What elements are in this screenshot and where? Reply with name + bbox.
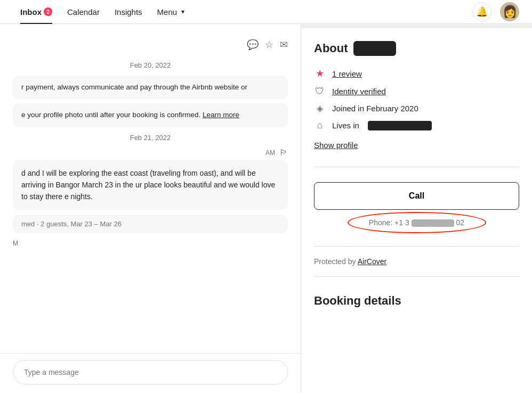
date-separator-2: Feb 21, 2022	[13, 134, 288, 142]
star-icon[interactable]: ☆	[265, 39, 273, 51]
aircover-row: Protected by AirCover	[314, 253, 519, 270]
airbnb-icon: ◈	[314, 103, 326, 113]
nav-right: 🔔 👩	[472, 2, 519, 21]
top-navigation: Inbox 2 Calendar Insights Menu ▾ 🔔 👩	[0, 0, 532, 24]
call-button[interactable]: Call	[314, 182, 519, 210]
message-input[interactable]	[13, 360, 288, 384]
time-label: AM	[265, 149, 275, 157]
booking-tag: med · 2 guests, Mar 23 – Mar 26	[13, 215, 288, 233]
mail-icon[interactable]: ✉	[280, 39, 288, 51]
divider-1	[314, 167, 519, 167]
nav-menu[interactable]: Menu ▾	[150, 0, 192, 24]
lives-in-item: ⌂ Lives in	[314, 117, 519, 134]
calendar-label: Calendar	[67, 7, 100, 17]
divider-2	[314, 246, 519, 247]
comment-icon[interactable]: 💬	[247, 39, 259, 51]
avatar-button[interactable]: 👩	[500, 2, 519, 21]
reviews-item[interactable]: ★ 1 review	[314, 64, 519, 83]
bell-button[interactable]: 🔔	[472, 2, 491, 21]
joined-item: ◈ Joined in February 2020	[314, 100, 519, 117]
star-icon: ★	[314, 68, 326, 79]
time-label-2: M	[13, 238, 288, 249]
nav-inbox[interactable]: Inbox 2	[13, 0, 60, 24]
phone-row: Phone: +1 3 02	[314, 214, 519, 231]
message-list: 💬 ☆ ✉ Feb 20, 2022 r payment, always com…	[0, 24, 301, 353]
insights-label: Insights	[115, 7, 142, 17]
about-header: About	[314, 28, 519, 64]
booking-details-header: Booking details	[314, 283, 519, 314]
flag-icon[interactable]: 🏳	[279, 148, 288, 158]
call-section: Call Phone: +1 3 02	[314, 174, 519, 240]
guest-message-bubble: d and I will be exploring the east coast…	[13, 160, 288, 210]
shield-icon: 🛡	[314, 86, 326, 97]
avatar-image: 👩	[503, 5, 517, 19]
nav-insights[interactable]: Insights	[107, 0, 150, 24]
message-panel: 💬 ☆ ✉ Feb 20, 2022 r payment, always com…	[0, 24, 301, 393]
identity-link[interactable]: Identity verified	[332, 87, 386, 96]
show-profile-link[interactable]: Show profile	[314, 141, 358, 150]
right-panel: About ★ 1 review 🛡 Identity verified ◈ J…	[301, 24, 532, 393]
chevron-down-icon: ▾	[181, 8, 184, 15]
user-name-redacted	[353, 41, 396, 56]
aircover-link[interactable]: AirCover	[358, 257, 386, 266]
home-icon: ⌂	[314, 120, 326, 131]
inbox-badge: 2	[44, 7, 52, 16]
menu-label: Menu	[157, 7, 178, 17]
identity-item[interactable]: 🛡 Identity verified	[314, 83, 519, 100]
date-separator-1: Feb 20, 2022	[13, 61, 288, 69]
inbox-label: Inbox	[20, 7, 42, 17]
message-input-area	[0, 353, 301, 393]
reviews-link[interactable]: 1 review	[332, 69, 362, 78]
learn-more-link[interactable]: Learn more	[203, 111, 239, 119]
message-meta: AM 🏳	[13, 148, 288, 158]
message-action-bar: 💬 ☆ ✉	[13, 35, 288, 55]
system-message-2: e your profile photo until after your bo…	[13, 103, 288, 127]
bell-icon: 🔔	[476, 6, 488, 18]
location-redacted	[368, 121, 432, 130]
divider-3	[314, 276, 519, 277]
nav-calendar[interactable]: Calendar	[60, 0, 107, 24]
phone-number-redacted	[412, 219, 454, 227]
main-layout: 💬 ☆ ✉ Feb 20, 2022 r payment, always com…	[0, 24, 532, 393]
system-message-1: r payment, always communicate and pay th…	[13, 76, 288, 99]
